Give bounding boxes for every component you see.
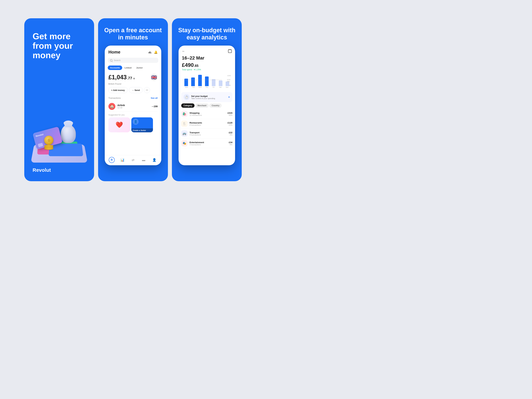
see-all-link[interactable]: See all (151, 97, 158, 99)
send-button[interactable]: → Send (129, 87, 143, 93)
currency-flag: 🇬🇧 (150, 74, 158, 81)
category-shopping[interactable]: 🛍️ Shopping 12 transactions £315 50% (181, 109, 232, 119)
coin-face: ① (44, 136, 53, 145)
avg-label: £102avg (227, 79, 230, 82)
bar-fri-bar (212, 79, 215, 86)
create-junior-overlay: Create a Junior (131, 128, 153, 132)
nav-profile-icon[interactable]: 👤 (151, 157, 157, 163)
spend-change: Total spend ▼1.25% (182, 69, 232, 71)
shopping-amount: £315 (228, 112, 232, 114)
bar-tue (190, 77, 196, 86)
transaction-time: 12:30 (117, 107, 150, 109)
day-sun: Sun (224, 86, 230, 88)
entertainment-icon: 🎭 (181, 140, 188, 146)
analytics-header: ← (178, 45, 235, 55)
budget-section[interactable]: ⏱️ Set your budget Take control of your … (181, 92, 232, 102)
tab-merchant[interactable]: Merchant (195, 103, 209, 108)
entertainment-percent: 8% (229, 144, 232, 146)
bar-sat (218, 81, 223, 86)
calendar-icon[interactable] (228, 50, 232, 53)
bell-icon[interactable]: 🔔 (154, 50, 158, 54)
transport-info: Transport 4 transactions (190, 131, 227, 136)
transport-icon: 🚌 (181, 130, 188, 137)
budget-subtitle: Take control of your spending (191, 97, 226, 99)
panel-1: Get more from your money ① Revolut (24, 18, 94, 181)
transport-transactions: 4 transactions (190, 134, 227, 136)
category-list: 🛍️ Shopping 12 transactions £315 50% 🍴 R… (178, 109, 235, 148)
nav-exchange-icon[interactable]: ⇄ (130, 157, 136, 163)
restaurants-transactions: 8 transactions (190, 124, 226, 126)
suggested-card-1[interactable]: ❤️ (108, 117, 130, 132)
restaurants-percent: 21% (228, 124, 232, 126)
date-range: 16–22 Mar (178, 55, 235, 62)
suggested-card-create-junior[interactable]: 👤 Create a Junior (131, 117, 153, 132)
shopping-amounts: £315 50% (228, 112, 232, 116)
budget-title: Set your budget (191, 95, 226, 97)
panel-2-headline: Open a free account in minutes (98, 27, 168, 41)
balance-section: £1,043.77 ∨ 🇬🇧 (105, 71, 161, 83)
restaurants-name: Restaurants (190, 121, 226, 124)
budget-add-icon[interactable]: + (228, 95, 230, 99)
category-restaurants[interactable]: 🍴 Restaurants 8 transactions £120 21% (181, 119, 232, 129)
entertainment-name: Entertainment (190, 141, 227, 144)
panel-1-headline: Get more from your money (32, 32, 86, 60)
entertainment-amount: £34 (229, 141, 232, 144)
search-bar[interactable]: Search (108, 58, 158, 63)
total-spend-section: £490.65 Total spend ▼1.25% (178, 62, 235, 72)
nav-home-icon[interactable]: R (109, 157, 115, 163)
nav-card-icon[interactable]: ▬ (141, 157, 147, 163)
shopping-info: Shopping 12 transactions (190, 112, 226, 116)
bar-wed (197, 75, 203, 86)
transport-percent: 4% (229, 134, 232, 136)
restaurants-amounts: £120 21% (228, 121, 232, 126)
transactions-label: Transactions (108, 97, 121, 99)
transport-amounts: £22 4% (229, 131, 232, 136)
category-entertainment[interactable]: 🎭 Entertainment 3 transactions £34 8% (181, 139, 232, 148)
bar-fri (211, 79, 217, 86)
card-chip (38, 143, 43, 147)
add-money-button[interactable]: + Add money (108, 87, 128, 93)
total-main: £490 (182, 62, 194, 68)
junior-icon: 👤 (133, 119, 139, 125)
bars-row (183, 75, 231, 86)
balance-amount: £1,043.77 ∨ (108, 74, 135, 81)
bar-chart: £102avg £200 £0 (182, 74, 232, 90)
suggested-cards: ❤️ 👤 Create a Junior (108, 117, 158, 132)
day-wed: Wed (197, 86, 203, 88)
airbnb-icon: 🏠 (108, 103, 115, 110)
coin-stack: ① (44, 136, 53, 149)
suggested-section: Suggested for you ❤️ 👤 Create a Junior (105, 112, 161, 134)
bottom-nav: R 📊 ⇄ ▬ 👤 (105, 155, 161, 165)
tab-category[interactable]: Category (181, 103, 195, 108)
tab-linked[interactable]: Linked (122, 65, 134, 70)
bar-tue-bar (191, 77, 195, 86)
day-fri: Fri (210, 86, 217, 88)
y-label-200: £200 (228, 75, 231, 76)
category-tabs: Category Merchant Country (178, 103, 235, 108)
tab-country[interactable]: Country (209, 103, 222, 108)
coin-3 (44, 147, 53, 150)
entertainment-amounts: £34 8% (229, 141, 232, 146)
more-button[interactable]: ··· (144, 87, 150, 93)
account-tabs: Accounts Linked Junior (105, 64, 161, 71)
chevron-down-icon[interactable]: ∨ (133, 77, 135, 80)
shopping-name: Shopping (190, 112, 226, 114)
shopping-icon: 🛍️ (181, 111, 188, 117)
budget-icon: ⏱️ (184, 94, 190, 100)
analytics-icon[interactable] (149, 51, 152, 53)
chart-day-labels: Mon Tue Wed Thu Fri Sat Sun (183, 86, 231, 88)
phone-header: Home 🔔 (105, 45, 161, 56)
nav-analytics-icon[interactable]: 📊 (119, 157, 125, 163)
panel-1-3d-illustration: ① (32, 60, 86, 173)
transaction-name: Airbnb (117, 104, 150, 107)
transaction-info: Airbnb 12:30 (117, 104, 150, 109)
back-arrow-icon[interactable]: ← (182, 49, 185, 53)
search-placeholder: Search (114, 59, 120, 62)
spend-label: Total spend (182, 69, 192, 71)
category-transport[interactable]: 🚌 Transport 4 transactions £22 4% (181, 129, 232, 139)
bar-sat-bar (219, 81, 222, 86)
tab-junior[interactable]: Junior (134, 65, 145, 70)
airbnb-transaction[interactable]: 🏠 Airbnb 12:30 – £99 (105, 101, 161, 112)
balance-main: £1,043 (108, 74, 127, 81)
tab-accounts[interactable]: Accounts (108, 65, 122, 70)
